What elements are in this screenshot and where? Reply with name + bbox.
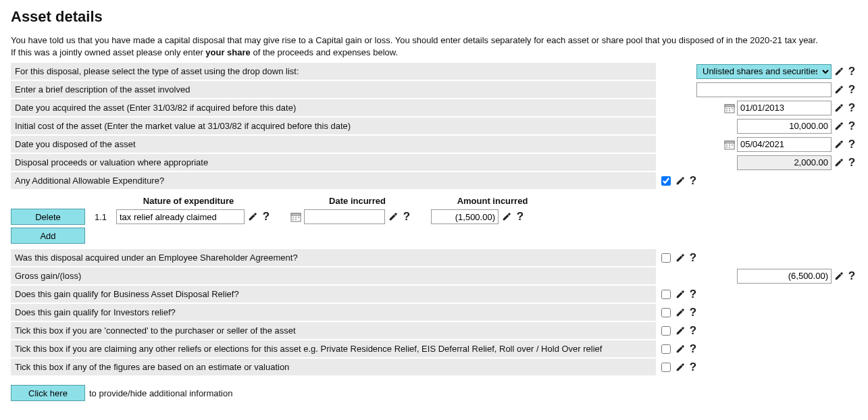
pencil-icon[interactable] xyxy=(675,176,686,186)
expend-nature-input[interactable] xyxy=(116,209,245,224)
calendar-icon[interactable] xyxy=(724,103,735,113)
head-amount: Amount incurred xyxy=(442,196,543,206)
help-icon[interactable]: ? xyxy=(688,176,698,186)
pencil-icon[interactable] xyxy=(834,66,844,77)
help-icon[interactable]: ? xyxy=(846,157,857,168)
pencil-icon[interactable] xyxy=(501,211,512,222)
help-icon[interactable]: ? xyxy=(846,121,857,132)
label-any-additional: Any Additional Allowable Expenditure? xyxy=(11,172,656,189)
pencil-icon[interactable] xyxy=(834,139,844,150)
label-gross: Gross gain/(loss) xyxy=(11,267,656,284)
label-date-disposed: Date you disposed of the asset xyxy=(11,136,656,153)
head-date: Date incurred xyxy=(293,196,422,206)
pencil-icon[interactable] xyxy=(247,211,258,222)
help-icon[interactable]: ? xyxy=(846,84,857,95)
help-icon[interactable]: ? xyxy=(846,103,857,113)
help-icon[interactable]: ? xyxy=(688,325,698,336)
label-other-relief: Tick this box if you are claiming any ot… xyxy=(11,340,656,357)
date-acquired-input[interactable] xyxy=(737,101,832,115)
help-icon[interactable]: ? xyxy=(846,139,857,150)
label-esa: Was this disposal acquired under an Empl… xyxy=(11,249,656,266)
gross-input[interactable] xyxy=(737,269,832,284)
label-proceeds: Disposal proceeds or valuation where app… xyxy=(11,154,656,171)
proceeds-input[interactable] xyxy=(737,155,832,170)
expend-index: 1.1 xyxy=(93,212,113,222)
label-asset-type: For this disposal, please select the typ… xyxy=(11,63,656,80)
help-icon[interactable]: ? xyxy=(688,344,698,355)
click-here-button[interactable]: Click here xyxy=(11,385,85,401)
expend-amount-input[interactable] xyxy=(431,209,499,224)
label-initial-cost: Initial cost of the asset (Enter the mar… xyxy=(11,117,656,134)
pencil-icon[interactable] xyxy=(675,344,686,355)
delete-button[interactable]: Delete xyxy=(11,209,85,225)
calendar-icon[interactable] xyxy=(724,139,735,150)
help-icon[interactable]: ? xyxy=(688,307,698,318)
help-icon[interactable]: ? xyxy=(401,211,412,222)
label-connected: Tick this box if you are 'connected' to … xyxy=(11,322,656,339)
help-icon[interactable]: ? xyxy=(688,362,698,373)
pencil-icon[interactable] xyxy=(675,325,686,336)
intro-part2: of the proceeds and expenses below. xyxy=(251,47,398,57)
badr-checkbox[interactable] xyxy=(661,290,671,299)
pencil-icon[interactable] xyxy=(834,157,844,168)
add-button[interactable]: Add xyxy=(11,228,85,244)
investors-checkbox[interactable] xyxy=(661,308,671,317)
connected-checkbox[interactable] xyxy=(661,326,671,336)
pencil-icon[interactable] xyxy=(834,271,844,282)
help-icon[interactable]: ? xyxy=(846,271,857,282)
label-date-acquired: Date you acquired the asset (Enter 31/03… xyxy=(11,99,656,116)
click-here-hint: to provide/hide additional information xyxy=(89,388,232,398)
help-icon[interactable]: ? xyxy=(261,211,272,222)
label-badr: Does this gain qualify for Business Asse… xyxy=(11,286,656,303)
pencil-icon[interactable] xyxy=(834,84,844,95)
other-relief-checkbox[interactable] xyxy=(661,344,671,354)
pencil-icon[interactable] xyxy=(388,211,399,222)
initial-cost-input[interactable] xyxy=(737,119,832,134)
help-icon[interactable]: ? xyxy=(846,66,857,77)
pencil-icon[interactable] xyxy=(675,362,686,373)
pencil-icon[interactable] xyxy=(834,103,844,113)
pencil-icon[interactable] xyxy=(675,307,686,318)
esa-checkbox[interactable] xyxy=(661,253,671,263)
intro-part1: You have told us that you have made a ca… xyxy=(11,35,818,57)
pencil-icon[interactable] xyxy=(675,289,686,300)
intro-text: You have told us that you have made a ca… xyxy=(11,34,821,59)
asset-type-select[interactable]: Unlisted shares and securities xyxy=(696,64,832,79)
help-icon[interactable]: ? xyxy=(515,211,526,222)
label-investors: Does this gain qualify for Investors rel… xyxy=(11,304,656,321)
help-icon[interactable]: ? xyxy=(688,289,698,300)
help-icon[interactable]: ? xyxy=(688,253,698,263)
expend-date-input[interactable] xyxy=(304,209,385,224)
head-nature: Nature of expenditure xyxy=(111,196,266,206)
label-description: Enter a brief description of the asset i… xyxy=(11,81,656,98)
any-additional-checkbox[interactable] xyxy=(661,176,671,186)
pencil-icon[interactable] xyxy=(834,121,844,132)
label-estimate: Tick this box if any of the figures are … xyxy=(11,359,656,375)
calendar-icon[interactable] xyxy=(290,211,301,222)
page-title: Asset details xyxy=(11,8,857,26)
intro-bold: your share xyxy=(205,47,250,57)
estimate-checkbox[interactable] xyxy=(661,363,671,372)
pencil-icon[interactable] xyxy=(675,253,686,263)
date-disposed-input[interactable] xyxy=(737,137,832,152)
description-input[interactable] xyxy=(696,82,832,97)
